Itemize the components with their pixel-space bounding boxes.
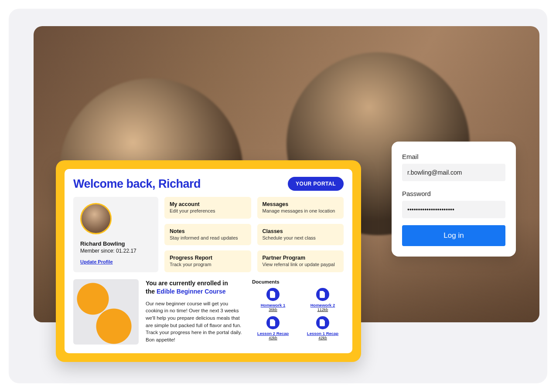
tile-sub: Manage messages in one location [263, 208, 339, 213]
profile-name: Richard Bowling [80, 240, 151, 247]
password-label: Password [402, 190, 505, 197]
document-name: Homework 1 [252, 303, 294, 308]
document-item[interactable]: Lesson 2 Recap 42kb [252, 316, 294, 340]
email-field[interactable] [402, 164, 505, 181]
tile-sub: Edit your preferences [170, 208, 246, 213]
document-name: Lesson 1 Recap [302, 331, 344, 336]
document-item[interactable]: Homework 2 112kb [302, 288, 344, 312]
documents: Documents Homework 1 36kb [252, 279, 344, 345]
stage: Email Password Log in Welcome back, Rich… [9, 9, 547, 383]
tile-title: Progress Report [170, 255, 246, 261]
document-size: 42kb [252, 336, 294, 340]
document-item[interactable]: Lesson 1 Recap 42kb [302, 316, 344, 340]
portal-header: Welcome back, Richard YOUR PORTAL [73, 177, 344, 191]
email-label: Email [402, 153, 505, 160]
document-icon [316, 316, 329, 329]
tile-title: Messages [263, 201, 339, 207]
course-image [73, 279, 139, 345]
document-size: 42kb [302, 336, 344, 340]
avatar [80, 203, 112, 234]
update-profile-link[interactable]: Update Profile [80, 259, 113, 264]
tile-notes[interactable]: Notes Stay informed and read updates [164, 224, 251, 246]
course-body: Our new beginner course will get you coo… [146, 300, 245, 344]
tile-title: Notes [170, 228, 246, 234]
portal-grid: Richard Bowling Member since: 01.22.17 U… [73, 197, 344, 272]
login-button[interactable]: Log in [402, 225, 505, 246]
document-name: Lesson 2 Recap [252, 331, 294, 336]
password-field[interactable] [402, 201, 505, 218]
tile-my-account[interactable]: My account Edit your preferences [164, 197, 251, 219]
document-size: 36kb [252, 308, 294, 312]
tile-sub: Schedule your next class [263, 235, 339, 240]
tile-sub: Track your program [170, 262, 246, 267]
tile-title: My account [170, 201, 246, 207]
course-copy: You are currently enrolled in the Edible… [146, 279, 245, 345]
tile-progress-report[interactable]: Progress Report Track your program [164, 250, 251, 272]
document-name: Homework 2 [302, 303, 344, 308]
tile-classes[interactable]: Classes Schedule your next class [257, 224, 344, 246]
tile-messages[interactable]: Messages Manage messages in one location [257, 197, 344, 219]
document-size: 112kb [302, 308, 344, 312]
document-icon [316, 288, 329, 301]
profile-block: Richard Bowling Member since: 01.22.17 U… [73, 197, 158, 272]
course-line1: You are currently enrolled in [146, 280, 228, 287]
document-icon [266, 288, 280, 301]
documents-grid: Homework 1 36kb Homework 2 112kb [252, 288, 344, 340]
portal-card: Welcome back, Richard YOUR PORTAL Richar… [56, 160, 361, 362]
document-item[interactable]: Homework 1 36kb [252, 288, 294, 312]
tile-partner-program[interactable]: Partner Program View referral link or up… [257, 250, 344, 272]
tile-title: Classes [263, 228, 339, 234]
portal-lower: You are currently enrolled in the Edible… [73, 279, 344, 345]
tile-sub: View referral link or update paypal [263, 262, 339, 267]
portal-title: Welcome back, Richard [73, 177, 201, 191]
documents-heading: Documents [252, 279, 344, 284]
course-heading: You are currently enrolled in the Edible… [146, 279, 245, 296]
profile-member-since: Member since: 01.22.17 [80, 248, 151, 254]
tile-title: Partner Program [263, 255, 339, 261]
tile-sub: Stay informed and read updates [170, 235, 246, 240]
course-link[interactable]: Edible Beginner Course [157, 288, 226, 295]
login-card: Email Password Log in [392, 142, 516, 257]
your-portal-button[interactable]: YOUR PORTAL [288, 177, 344, 191]
portal-inner: Welcome back, Richard YOUR PORTAL Richar… [65, 169, 352, 353]
course-line2-prefix: the [146, 288, 157, 295]
document-icon [266, 316, 280, 329]
